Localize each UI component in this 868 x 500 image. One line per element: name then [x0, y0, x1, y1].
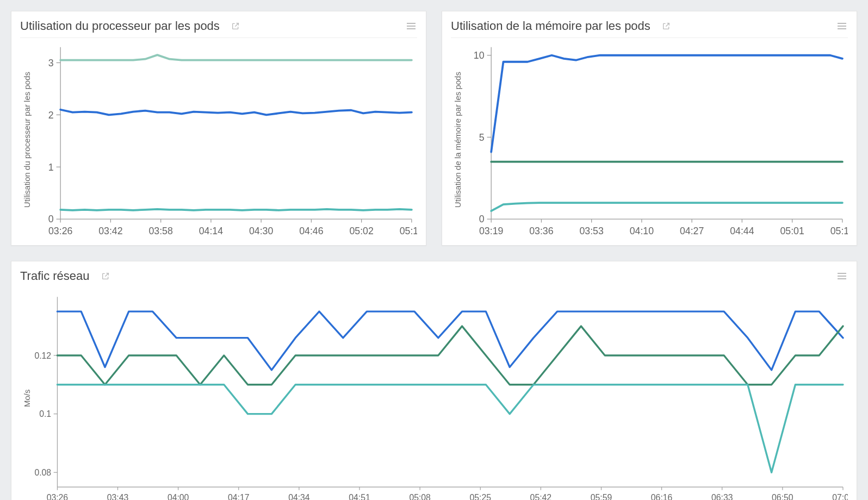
- menu-icon[interactable]: [836, 20, 848, 32]
- svg-text:04:14: 04:14: [199, 226, 223, 236]
- menu-icon[interactable]: [836, 270, 848, 282]
- svg-text:05:25: 05:25: [469, 493, 491, 500]
- chart-mem: 051003:1903:3603:5304:1004:2704:4405:010…: [462, 40, 848, 240]
- svg-text:5: 5: [479, 132, 485, 143]
- svg-text:04:34: 04:34: [288, 493, 310, 500]
- svg-text:04:30: 04:30: [249, 226, 273, 236]
- y-axis-title: Utilisation du processeur par les pods: [20, 40, 32, 240]
- panel-mem: Utilisation de la mémoire par les pods U…: [442, 11, 857, 246]
- open-external-icon[interactable]: [660, 20, 672, 32]
- svg-text:04:27: 04:27: [680, 226, 704, 236]
- svg-text:07:07: 07:07: [832, 493, 848, 500]
- svg-text:03:26: 03:26: [48, 226, 72, 236]
- svg-text:2: 2: [48, 110, 54, 121]
- svg-text:03:42: 03:42: [98, 226, 122, 236]
- svg-text:04:51: 04:51: [349, 493, 370, 500]
- svg-text:03:26: 03:26: [47, 493, 69, 500]
- svg-text:06:50: 06:50: [772, 493, 793, 500]
- svg-text:05:08: 05:08: [409, 493, 431, 500]
- svg-text:3: 3: [48, 58, 54, 68]
- svg-text:1: 1: [48, 162, 54, 173]
- y-axis-title: Utilisation de la mémoire par les pods: [451, 40, 462, 240]
- svg-text:03:19: 03:19: [479, 226, 503, 236]
- panel-header: Trafic réseau: [20, 267, 848, 288]
- svg-text:0.12: 0.12: [34, 351, 51, 360]
- svg-text:04:17: 04:17: [228, 493, 250, 500]
- svg-text:0: 0: [48, 214, 54, 225]
- chart-net: 0.080.10.1203:2603:4304:0004:1704:3404:5…: [32, 291, 848, 500]
- menu-icon[interactable]: [405, 20, 417, 32]
- panel-cpu: Utilisation du processeur par les pods U…: [11, 11, 426, 246]
- panel-title: Utilisation du processeur par les pods: [20, 19, 220, 33]
- panel-header: Utilisation de la mémoire par les pods: [451, 17, 848, 38]
- svg-text:06:16: 06:16: [651, 493, 673, 500]
- svg-text:04:10: 04:10: [630, 226, 654, 236]
- svg-text:04:44: 04:44: [730, 226, 754, 236]
- svg-text:03:58: 03:58: [148, 226, 172, 236]
- svg-text:05:42: 05:42: [530, 493, 552, 500]
- svg-text:05:59: 05:59: [591, 493, 612, 500]
- svg-text:03:43: 03:43: [107, 493, 129, 500]
- svg-text:05:18: 05:18: [830, 226, 848, 236]
- panel-title: Trafic réseau: [20, 269, 90, 283]
- svg-text:10: 10: [474, 50, 485, 61]
- panel-net: Trafic réseau Mo/s 0.080.10.1203:2603:43…: [11, 261, 857, 500]
- svg-text:0.1: 0.1: [39, 409, 51, 418]
- svg-text:05:02: 05:02: [349, 226, 373, 236]
- svg-text:0.08: 0.08: [34, 468, 51, 477]
- svg-text:0: 0: [479, 214, 485, 225]
- svg-text:04:46: 04:46: [299, 226, 323, 236]
- chart-cpu: 012303:2603:4203:5804:1404:3004:4605:020…: [32, 40, 417, 240]
- svg-text:03:53: 03:53: [579, 226, 603, 236]
- y-axis-title: Mo/s: [20, 291, 32, 500]
- open-external-icon[interactable]: [100, 270, 111, 282]
- svg-text:03:36: 03:36: [529, 226, 553, 236]
- panel-header: Utilisation du processeur par les pods: [20, 17, 417, 38]
- svg-text:04:00: 04:00: [168, 493, 189, 500]
- svg-text:05:18: 05:18: [400, 226, 417, 236]
- svg-text:05:01: 05:01: [780, 226, 804, 236]
- open-external-icon[interactable]: [230, 20, 241, 32]
- panel-title: Utilisation de la mémoire par les pods: [451, 19, 650, 33]
- svg-text:06:33: 06:33: [711, 493, 733, 500]
